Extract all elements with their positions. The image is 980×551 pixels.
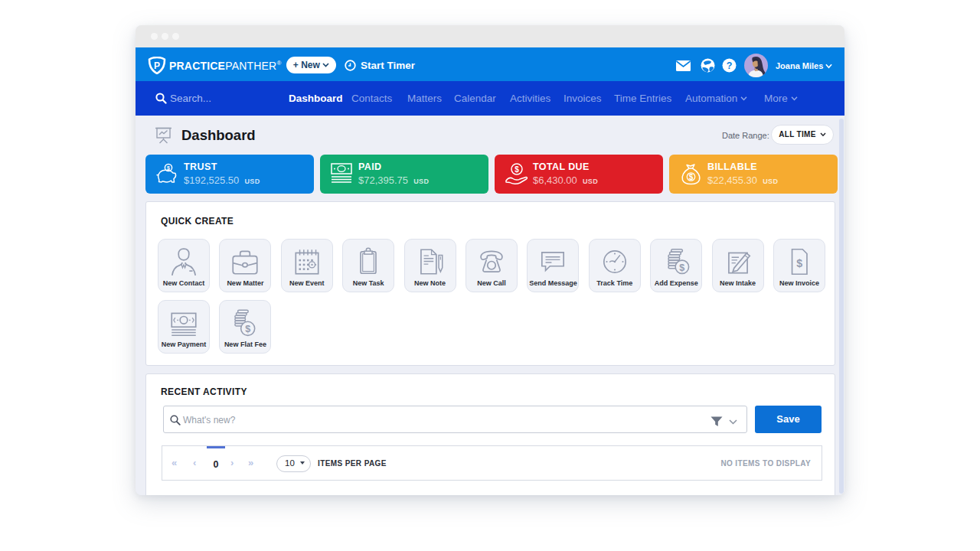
svg-text:$: $ — [689, 173, 694, 181]
svg-text:P: P — [154, 60, 160, 71]
svg-text:$: $ — [680, 262, 685, 273]
svg-text:$: $ — [514, 165, 519, 174]
svg-text:$: $ — [246, 324, 251, 334]
svg-text:?: ? — [727, 60, 733, 71]
svg-text:$: $ — [796, 257, 802, 269]
